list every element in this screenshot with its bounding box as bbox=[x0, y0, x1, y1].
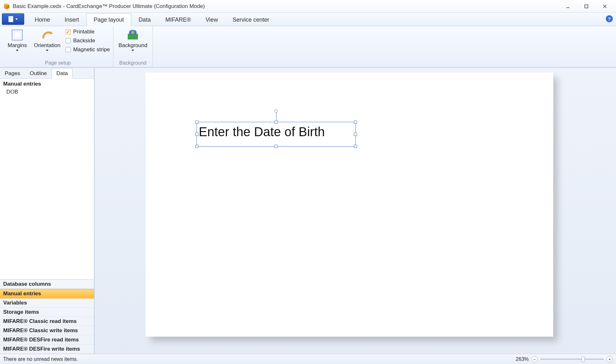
svg-rect-4 bbox=[9, 16, 13, 22]
chevron-down-icon bbox=[16, 50, 18, 51]
zoom-value: 263% bbox=[516, 356, 529, 362]
left-tab-data[interactable]: Data bbox=[52, 68, 73, 79]
ribbon-tab-page-layout[interactable]: Page layout bbox=[86, 13, 131, 26]
category-mifare-classic-read[interactable]: MIFARE® Classic read items bbox=[0, 317, 94, 326]
maximize-button[interactable] bbox=[577, 1, 596, 12]
status-news: There are no unread news items. bbox=[3, 356, 78, 362]
magnetic-stripe-checkbox[interactable]: Magnetic stripe bbox=[66, 46, 110, 53]
chevron-down-icon bbox=[15, 18, 18, 20]
card-surface[interactable]: Enter the Date of Birth bbox=[146, 73, 553, 337]
left-tab-pages[interactable]: Pages bbox=[0, 68, 25, 79]
category-storage-items[interactable]: Storage items bbox=[0, 308, 94, 317]
ribbon-content: Margins Orientation Printable Backside bbox=[0, 26, 616, 67]
left-tab-outline[interactable]: Outline bbox=[25, 68, 52, 79]
group-label-page-setup: Page setup bbox=[45, 60, 71, 66]
svg-rect-6 bbox=[9, 18, 12, 19]
backside-label: Backside bbox=[73, 38, 95, 44]
zoom-slider-thumb[interactable] bbox=[582, 357, 585, 362]
help-icon[interactable]: ? bbox=[606, 15, 613, 22]
resize-handle-bm[interactable] bbox=[275, 145, 278, 148]
printable-label: Printable bbox=[73, 29, 95, 35]
orientation-icon bbox=[40, 28, 54, 42]
margins-label: Margins bbox=[8, 43, 27, 49]
svg-rect-5 bbox=[9, 17, 12, 18]
category-mifare-classic-write[interactable]: MIFARE® Classic write items bbox=[0, 326, 94, 335]
ribbon-tab-service-center[interactable]: Service center bbox=[225, 13, 276, 26]
category-mifare-desfire-write[interactable]: MIFARE® DESFire write items bbox=[0, 345, 94, 354]
zoom-in-button[interactable]: + bbox=[606, 356, 613, 362]
category-variables[interactable]: Variables bbox=[0, 298, 94, 308]
group-label-background: Background bbox=[119, 60, 147, 66]
ribbon-group-background: Background Background bbox=[113, 26, 153, 67]
minimize-button[interactable] bbox=[559, 1, 577, 12]
ribbon-tab-insert[interactable]: Insert bbox=[57, 13, 86, 26]
ribbon-tab-data[interactable]: Data bbox=[131, 13, 158, 26]
left-panel: Pages Outline Data Manual entries DOB Da… bbox=[0, 68, 94, 354]
checkbox-icon bbox=[66, 29, 71, 34]
text-content: Enter the Date of Birth bbox=[199, 125, 325, 139]
background-label: Background bbox=[118, 43, 147, 49]
resize-handle-mr[interactable] bbox=[354, 133, 357, 136]
svg-point-13 bbox=[131, 31, 134, 34]
checkbox-icon bbox=[66, 47, 71, 52]
left-panel-categories: Database columns Manual entries Variable… bbox=[0, 279, 94, 354]
checkbox-icon bbox=[66, 38, 71, 43]
app-icon bbox=[3, 3, 10, 10]
svg-rect-7 bbox=[9, 20, 11, 20]
main-body: Pages Outline Data Manual entries DOB Da… bbox=[0, 67, 616, 354]
category-mifare-desfire-read[interactable]: MIFARE® DESFire read items bbox=[0, 335, 94, 345]
resize-handle-br[interactable] bbox=[354, 145, 357, 148]
left-panel-tabs: Pages Outline Data bbox=[0, 68, 94, 79]
orientation-label: Orientation bbox=[34, 43, 60, 49]
ribbon-tab-strip: Home Insert Page layout Data MIFARE® Vie… bbox=[0, 13, 616, 26]
design-canvas[interactable]: Enter the Date of Birth bbox=[94, 68, 616, 354]
svg-rect-8 bbox=[12, 30, 22, 40]
rotation-connector bbox=[276, 113, 276, 121]
resize-handle-ml[interactable] bbox=[195, 133, 198, 136]
ribbon-tab-mifare[interactable]: MIFARE® bbox=[158, 13, 198, 26]
file-menu[interactable] bbox=[2, 13, 24, 25]
printable-checkbox[interactable]: Printable bbox=[66, 29, 110, 35]
margins-icon bbox=[10, 28, 24, 42]
ribbon-tab-home[interactable]: Home bbox=[27, 13, 57, 26]
status-bar: There are no unread news items. 263% – + bbox=[0, 354, 616, 364]
margins-button[interactable]: Margins bbox=[6, 27, 29, 52]
background-button[interactable]: Background bbox=[117, 27, 149, 52]
close-button[interactable] bbox=[596, 1, 614, 12]
resize-handle-tl[interactable] bbox=[195, 121, 198, 124]
backside-checkbox[interactable]: Backside bbox=[66, 38, 110, 44]
selected-text-object[interactable]: Enter the Date of Birth bbox=[197, 122, 356, 147]
svg-rect-1 bbox=[585, 5, 588, 8]
zoom-controls: 263% – + bbox=[516, 356, 613, 362]
rotation-handle[interactable] bbox=[275, 109, 278, 113]
resize-handle-bl[interactable] bbox=[195, 145, 198, 148]
title-bar: Basic Example.cedx - CardExchange™ Produ… bbox=[0, 0, 616, 13]
background-icon bbox=[126, 28, 140, 42]
resize-handle-tr[interactable] bbox=[354, 121, 357, 124]
category-database-columns[interactable]: Database columns bbox=[0, 280, 94, 289]
left-panel-content: Manual entries DOB bbox=[0, 79, 94, 279]
manual-entries-heading: Manual entries bbox=[0, 80, 94, 88]
page-icon bbox=[8, 16, 13, 22]
chevron-down-icon bbox=[132, 50, 134, 51]
window-title: Basic Example.cedx - CardExchange™ Produ… bbox=[13, 3, 205, 10]
ribbon-tab-view[interactable]: View bbox=[198, 13, 225, 26]
chevron-down-icon bbox=[46, 50, 48, 51]
zoom-slider[interactable] bbox=[540, 359, 604, 360]
manual-entry-item[interactable]: DOB bbox=[0, 88, 94, 96]
category-manual-entries[interactable]: Manual entries bbox=[0, 289, 94, 298]
ribbon-group-page-setup: Margins Orientation Printable Backside bbox=[3, 26, 113, 67]
orientation-button[interactable]: Orientation bbox=[32, 27, 62, 52]
magnetic-stripe-label: Magnetic stripe bbox=[73, 46, 110, 53]
resize-handle-tm[interactable] bbox=[275, 121, 278, 124]
zoom-out-button[interactable]: – bbox=[531, 356, 538, 362]
